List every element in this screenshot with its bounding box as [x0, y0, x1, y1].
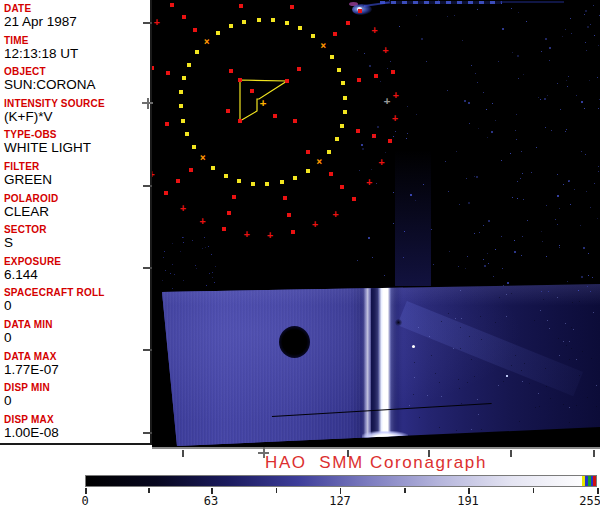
- metadata-sidebar: DATE21 Apr 1987 TIME12:13:18 UT OBJECTSU…: [0, 0, 150, 443]
- noise-speck: [456, 151, 457, 152]
- noise-speck: [584, 14, 585, 15]
- noise-speck: [458, 266, 459, 267]
- calibration-dot: [343, 96, 347, 100]
- field-intensity-source: INTENSITY SOURCE(K+F)*V: [0, 98, 150, 124]
- noise-speck: [517, 55, 519, 57]
- calibration-dot: [250, 89, 254, 93]
- field-label: FILTER: [4, 161, 150, 172]
- left-edge-cross: [147, 98, 149, 109]
- calibration-dot: [165, 122, 169, 126]
- noise-speck: [410, 194, 412, 196]
- calibration-dot: [346, 21, 350, 25]
- noise-speck: [536, 147, 537, 148]
- left-edge-tick: [143, 185, 152, 187]
- calibration-dot: [333, 32, 337, 36]
- calibration-dot: [179, 104, 183, 108]
- noise-speck: [407, 106, 408, 107]
- calibration-dot: [343, 110, 347, 114]
- noise-speck: [538, 97, 539, 98]
- noise-speck: [449, 251, 450, 252]
- colorbar-tick-label: 191: [457, 494, 479, 508]
- noise-speck: [587, 286, 588, 287]
- noise-speck: [459, 204, 460, 205]
- field-filter: FILTERGREEN: [0, 161, 150, 187]
- calibration-dot: [237, 179, 241, 183]
- calibration-cross: +: [200, 216, 206, 226]
- noise-speck: [578, 290, 579, 291]
- sun-center-cross: +: [260, 97, 267, 108]
- noise-speck: [183, 237, 184, 238]
- noise-speck: [521, 151, 522, 152]
- noise-speck: [568, 76, 569, 77]
- noise-speck: [531, 172, 532, 173]
- calibration-dot: [283, 196, 287, 200]
- field-value: WHITE LIGHT: [4, 140, 150, 155]
- noise-speck: [484, 265, 486, 267]
- calibration-dot: [229, 69, 233, 73]
- noise-speck: [368, 237, 370, 239]
- noise-speck: [567, 86, 568, 87]
- noise-speck: [393, 223, 394, 224]
- calibration-dot: [226, 109, 230, 113]
- calibration-dot: [306, 150, 310, 154]
- calibration-dot: [341, 81, 345, 85]
- noise-speck: [598, 108, 599, 109]
- noise-speck: [545, 38, 547, 40]
- noise-speck: [597, 77, 598, 78]
- calibration-dot: [192, 145, 196, 149]
- noise-speck: [549, 47, 551, 49]
- calibration-cross: +: [154, 17, 160, 27]
- calibration-dot: [211, 166, 215, 170]
- noise-speck: [518, 78, 519, 79]
- noise-speck: [407, 133, 408, 134]
- noise-speck: [438, 0, 439, 1]
- noise-speck: [502, 268, 503, 269]
- calibration-dot: [273, 114, 277, 118]
- noise-speck: [483, 92, 484, 93]
- noise-speck: [588, 253, 589, 254]
- noise-speck: [372, 257, 373, 258]
- noise-speck: [570, 204, 571, 205]
- noise-speck: [454, 15, 455, 16]
- noise-speck: [598, 166, 599, 167]
- noise-speck: [486, 109, 487, 110]
- noise-speck: [523, 74, 524, 75]
- noise-speck: [477, 82, 478, 83]
- noise-speck: [465, 268, 466, 269]
- noise-speck: [598, 171, 599, 172]
- noise-speck: [478, 128, 479, 129]
- noise-speck: [541, 51, 542, 52]
- noise-speck: [464, 100, 466, 102]
- noise-speck: [592, 277, 593, 278]
- field-value: 0: [4, 330, 150, 345]
- field-spacecraft-roll: SPACECRAFT ROLL0: [0, 287, 150, 313]
- noise-speck: [542, 241, 543, 242]
- noise-speck: [586, 191, 587, 192]
- field-label: SECTOR: [4, 224, 150, 235]
- noise-speck: [380, 81, 381, 82]
- calibration-cross: +: [180, 203, 186, 213]
- noise-speck: [183, 242, 184, 243]
- noise-speck: [495, 120, 496, 121]
- noise-speck: [164, 251, 165, 252]
- noise-speck: [549, 60, 550, 61]
- field-label: TIME: [4, 35, 150, 46]
- noise-speck: [510, 153, 511, 154]
- noise-speck: [570, 18, 571, 19]
- noise-speck: [376, 183, 377, 184]
- noise-speck: [540, 99, 541, 100]
- noise-speck: [369, 65, 371, 67]
- noise-speck: [563, 184, 564, 185]
- diagonal-x-mark: ×: [316, 157, 322, 167]
- noise-speck: [393, 192, 394, 193]
- noise-speck: [580, 225, 581, 226]
- calibration-dot: [391, 70, 395, 74]
- calibration-dot: [306, 169, 310, 173]
- field-value: (K+F)*V: [4, 109, 150, 124]
- noise-speck: [471, 65, 472, 66]
- field-disp-min: DISP MIN0: [0, 382, 150, 408]
- calibration-cross: +: [393, 90, 399, 100]
- noise-speck: [585, 154, 586, 155]
- noise-speck: [562, 36, 563, 37]
- noise-speck: [585, 10, 587, 12]
